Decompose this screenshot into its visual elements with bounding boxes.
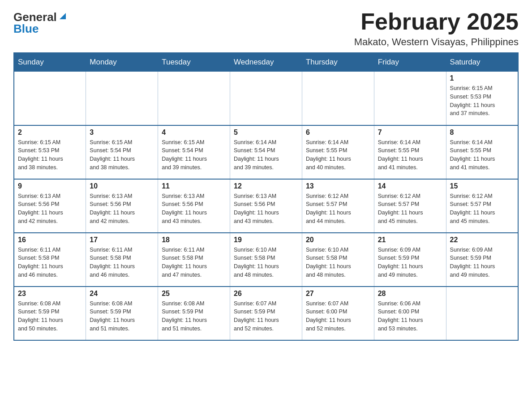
day-number: 11 (162, 182, 226, 190)
day-info: Sunrise: 6:13 AM Sunset: 5:56 PM Dayligh… (234, 192, 298, 226)
day-number: 23 (18, 290, 82, 298)
page-header: General Blue February 2025 Makato, Weste… (13, 9, 519, 48)
table-row (302, 72, 374, 125)
table-row: 28Sunrise: 6:06 AM Sunset: 6:00 PM Dayli… (374, 287, 446, 340)
day-number: 4 (162, 128, 226, 137)
day-number: 1 (450, 74, 514, 82)
day-info: Sunrise: 6:13 AM Sunset: 5:56 PM Dayligh… (18, 192, 82, 226)
table-row: 7Sunrise: 6:14 AM Sunset: 5:55 PM Daylig… (374, 125, 446, 179)
table-row: 19Sunrise: 6:10 AM Sunset: 5:58 PM Dayli… (230, 233, 302, 287)
day-number: 13 (306, 182, 370, 190)
day-number: 24 (90, 290, 154, 298)
day-number: 8 (450, 128, 514, 137)
day-info: Sunrise: 6:14 AM Sunset: 5:55 PM Dayligh… (450, 138, 514, 172)
day-info: Sunrise: 6:12 AM Sunset: 5:57 PM Dayligh… (450, 192, 514, 226)
day-info: Sunrise: 6:08 AM Sunset: 5:59 PM Dayligh… (18, 300, 82, 333)
header-monday: Monday (86, 53, 158, 72)
header-sunday: Sunday (14, 53, 86, 72)
day-number: 18 (162, 236, 226, 244)
header-thursday: Thursday (302, 53, 374, 72)
table-row: 18Sunrise: 6:11 AM Sunset: 5:58 PM Dayli… (158, 233, 230, 287)
day-info: Sunrise: 6:11 AM Sunset: 5:58 PM Dayligh… (90, 246, 154, 279)
day-number: 28 (378, 290, 442, 298)
logo: General Blue (13, 11, 68, 34)
day-number: 21 (378, 236, 442, 244)
table-row: 25Sunrise: 6:08 AM Sunset: 5:59 PM Dayli… (158, 287, 230, 340)
day-info: Sunrise: 6:13 AM Sunset: 5:56 PM Dayligh… (90, 192, 154, 226)
day-info: Sunrise: 6:14 AM Sunset: 5:54 PM Dayligh… (234, 138, 298, 172)
logo-general-text: General (13, 11, 57, 23)
table-row: 4Sunrise: 6:15 AM Sunset: 5:54 PM Daylig… (158, 125, 230, 179)
header-friday: Friday (374, 53, 446, 72)
table-row: 16Sunrise: 6:11 AM Sunset: 5:58 PM Dayli… (14, 233, 86, 287)
table-row: 8Sunrise: 6:14 AM Sunset: 5:55 PM Daylig… (446, 125, 518, 179)
day-info: Sunrise: 6:12 AM Sunset: 5:57 PM Dayligh… (378, 192, 442, 226)
table-row: 9Sunrise: 6:13 AM Sunset: 5:56 PM Daylig… (14, 179, 86, 233)
calendar-week-row: 2Sunrise: 6:15 AM Sunset: 5:53 PM Daylig… (14, 125, 518, 179)
month-title: February 2025 (354, 9, 519, 34)
day-info: Sunrise: 6:07 AM Sunset: 6:00 PM Dayligh… (306, 300, 370, 333)
table-row: 2Sunrise: 6:15 AM Sunset: 5:53 PM Daylig… (14, 125, 86, 179)
table-row: 1Sunrise: 6:15 AM Sunset: 5:53 PM Daylig… (446, 72, 518, 125)
table-row (230, 72, 302, 125)
table-row: 5Sunrise: 6:14 AM Sunset: 5:54 PM Daylig… (230, 125, 302, 179)
table-row: 15Sunrise: 6:12 AM Sunset: 5:57 PM Dayli… (446, 179, 518, 233)
day-info: Sunrise: 6:11 AM Sunset: 5:58 PM Dayligh… (162, 246, 226, 279)
day-info: Sunrise: 6:08 AM Sunset: 5:59 PM Dayligh… (90, 300, 154, 333)
table-row: 23Sunrise: 6:08 AM Sunset: 5:59 PM Dayli… (14, 287, 86, 340)
day-number: 25 (162, 290, 226, 298)
day-info: Sunrise: 6:13 AM Sunset: 5:56 PM Dayligh… (162, 192, 226, 226)
day-number: 27 (306, 290, 370, 298)
logo-triangle-icon (58, 11, 68, 21)
day-number: 20 (306, 236, 370, 244)
day-number: 3 (90, 128, 154, 137)
table-row: 11Sunrise: 6:13 AM Sunset: 5:56 PM Dayli… (158, 179, 230, 233)
table-row (158, 72, 230, 125)
day-number: 26 (234, 290, 298, 298)
table-row: 13Sunrise: 6:12 AM Sunset: 5:57 PM Dayli… (302, 179, 374, 233)
logo-text: General Blue (13, 11, 68, 34)
table-row: 20Sunrise: 6:10 AM Sunset: 5:58 PM Dayli… (302, 233, 374, 287)
day-number: 10 (90, 182, 154, 190)
calendar-week-row: 16Sunrise: 6:11 AM Sunset: 5:58 PM Dayli… (14, 233, 518, 287)
table-row: 17Sunrise: 6:11 AM Sunset: 5:58 PM Dayli… (86, 233, 158, 287)
day-info: Sunrise: 6:07 AM Sunset: 5:59 PM Dayligh… (234, 300, 298, 333)
day-info: Sunrise: 6:10 AM Sunset: 5:58 PM Dayligh… (306, 246, 370, 279)
day-number: 2 (18, 128, 82, 137)
table-row: 14Sunrise: 6:12 AM Sunset: 5:57 PM Dayli… (374, 179, 446, 233)
calendar-week-row: 1Sunrise: 6:15 AM Sunset: 5:53 PM Daylig… (14, 72, 518, 125)
day-info: Sunrise: 6:06 AM Sunset: 6:00 PM Dayligh… (378, 300, 442, 333)
day-info: Sunrise: 6:09 AM Sunset: 5:59 PM Dayligh… (378, 246, 442, 279)
table-row (446, 287, 518, 340)
location-title: Makato, Western Visayas, Philippines (354, 36, 519, 48)
day-info: Sunrise: 6:12 AM Sunset: 5:57 PM Dayligh… (306, 192, 370, 226)
day-info: Sunrise: 6:08 AM Sunset: 5:59 PM Dayligh… (162, 300, 226, 333)
table-row: 27Sunrise: 6:07 AM Sunset: 6:00 PM Dayli… (302, 287, 374, 340)
logo-blue-text: Blue (13, 23, 68, 34)
table-row: 6Sunrise: 6:14 AM Sunset: 5:55 PM Daylig… (302, 125, 374, 179)
table-row: 10Sunrise: 6:13 AM Sunset: 5:56 PM Dayli… (86, 179, 158, 233)
table-row: 21Sunrise: 6:09 AM Sunset: 5:59 PM Dayli… (374, 233, 446, 287)
day-info: Sunrise: 6:10 AM Sunset: 5:58 PM Dayligh… (234, 246, 298, 279)
day-number: 6 (306, 128, 370, 137)
table-row: 24Sunrise: 6:08 AM Sunset: 5:59 PM Dayli… (86, 287, 158, 340)
table-row: 12Sunrise: 6:13 AM Sunset: 5:56 PM Dayli… (230, 179, 302, 233)
day-number: 22 (450, 236, 514, 244)
header-tuesday: Tuesday (158, 53, 230, 72)
table-row (86, 72, 158, 125)
day-number: 19 (234, 236, 298, 244)
header-saturday: Saturday (446, 53, 518, 72)
day-info: Sunrise: 6:14 AM Sunset: 5:55 PM Dayligh… (306, 138, 370, 172)
day-number: 16 (18, 236, 82, 244)
table-row: 3Sunrise: 6:15 AM Sunset: 5:54 PM Daylig… (86, 125, 158, 179)
table-row (14, 72, 86, 125)
calendar-week-row: 23Sunrise: 6:08 AM Sunset: 5:59 PM Dayli… (14, 287, 518, 340)
header-wednesday: Wednesday (230, 53, 302, 72)
table-row: 26Sunrise: 6:07 AM Sunset: 5:59 PM Dayli… (230, 287, 302, 340)
day-info: Sunrise: 6:09 AM Sunset: 5:59 PM Dayligh… (450, 246, 514, 279)
day-number: 14 (378, 182, 442, 190)
day-info: Sunrise: 6:15 AM Sunset: 5:54 PM Dayligh… (162, 138, 226, 172)
svg-marker-0 (60, 13, 66, 19)
day-info: Sunrise: 6:11 AM Sunset: 5:58 PM Dayligh… (18, 246, 82, 279)
day-number: 17 (90, 236, 154, 244)
